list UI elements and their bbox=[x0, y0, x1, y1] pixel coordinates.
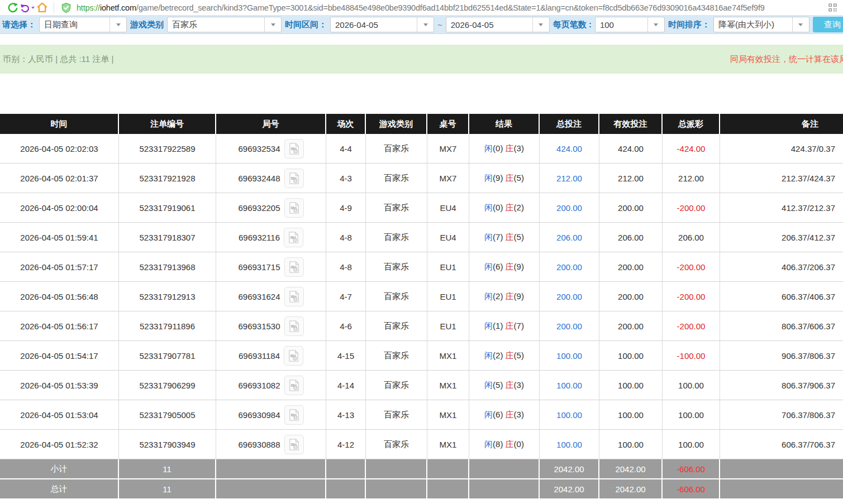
search-button[interactable]: 查询 bbox=[813, 17, 843, 32]
table-row: 2026-04-05 01:59:41523317918307696932116… bbox=[0, 223, 843, 252]
cell-valid-bet: 206.00 bbox=[599, 223, 663, 252]
column-header: 场次 bbox=[326, 114, 366, 134]
per-page-select[interactable]: 100 bbox=[595, 17, 665, 32]
cell-session: 4-12 bbox=[326, 430, 366, 459]
column-header: 有效投注 bbox=[599, 114, 663, 134]
cell-total-bet[interactable]: 100.00 bbox=[540, 430, 599, 459]
shield-check-icon[interactable] bbox=[59, 1, 73, 15]
result-banker-label: 庄 bbox=[506, 291, 514, 301]
video-record-icon[interactable] bbox=[284, 139, 304, 159]
cell-total-bet[interactable]: 100.00 bbox=[540, 341, 599, 371]
cell-total-bet[interactable]: 206.00 bbox=[540, 223, 599, 252]
round-number: 696931082 bbox=[238, 381, 280, 390]
cell-bet-id: 523317919061 bbox=[119, 193, 216, 223]
result-player-points: (1) bbox=[493, 321, 503, 330]
footer-payout: -606.00 bbox=[663, 479, 720, 500]
cell-payout: 100.00 bbox=[663, 400, 720, 430]
browser-toolbar: https://iohetf.com/game/betrecord_search… bbox=[0, 0, 843, 16]
round-number: 696931184 bbox=[239, 351, 280, 361]
column-header: 结果 bbox=[469, 114, 540, 134]
cell-table-no: EU1 bbox=[427, 252, 469, 282]
cell-total-bet[interactable]: 424.00 bbox=[540, 134, 599, 164]
chevron-down-icon[interactable] bbox=[647, 17, 664, 32]
cell-round: 696931184 bbox=[216, 341, 326, 371]
qr-code-icon[interactable] bbox=[825, 1, 840, 15]
valid-bet-notice: 同局有效投注，统一计算在该局 bbox=[730, 54, 843, 65]
home-icon[interactable] bbox=[35, 1, 49, 15]
bet-table-footer: 小计112042.002042.00-606.00总计112042.002042… bbox=[0, 459, 843, 500]
footer-total-bet: 2042.00 bbox=[540, 459, 599, 479]
address-bar[interactable]: https://iohetf.com/game/betrecord_search… bbox=[77, 3, 823, 12]
table-row: 2026-04-05 02:01:37523317921928696932448… bbox=[0, 164, 843, 193]
footer-empty bbox=[326, 479, 366, 500]
cell-round: 696932205 bbox=[216, 193, 326, 223]
url-host: iohetf.com bbox=[100, 3, 136, 12]
column-header: 注单编号 bbox=[119, 114, 216, 134]
video-record-icon[interactable] bbox=[284, 346, 303, 366]
result-banker-label: 庄 bbox=[506, 321, 514, 330]
result-player-label: 闲 bbox=[484, 173, 493, 183]
table-row: 2026-04-05 01:57:17523317913968696931715… bbox=[0, 252, 843, 282]
cell-total-bet[interactable]: 200.00 bbox=[540, 311, 599, 341]
video-record-icon[interactable] bbox=[284, 169, 304, 188]
cell-total-bet[interactable]: 200.00 bbox=[540, 282, 599, 311]
video-record-icon[interactable] bbox=[284, 257, 304, 277]
cell-game-type: 百家乐 bbox=[366, 430, 427, 459]
back-undo-icon[interactable] bbox=[20, 1, 35, 15]
search-mode-select[interactable]: 日期查询 bbox=[39, 17, 127, 32]
cell-total-bet[interactable]: 200.00 bbox=[540, 252, 599, 282]
cell-total-bet[interactable]: 212.00 bbox=[540, 164, 599, 193]
cell-payout: 212.00 bbox=[663, 164, 720, 193]
cell-valid-bet: 200.00 bbox=[599, 252, 663, 282]
result-player-points: (8) bbox=[493, 439, 503, 449]
video-record-icon[interactable] bbox=[284, 435, 304, 454]
date-from-select[interactable]: 2026-04-05 bbox=[330, 17, 434, 32]
video-record-icon[interactable] bbox=[284, 405, 304, 425]
cell-round: 696930984 bbox=[216, 400, 326, 430]
cell-bet-id: 523317912913 bbox=[119, 282, 216, 311]
chevron-down-icon[interactable] bbox=[792, 17, 809, 32]
chevron-down-icon[interactable] bbox=[264, 17, 281, 32]
sort-select[interactable]: 降幂(由大到小) bbox=[713, 17, 809, 32]
result-banker-points: (3) bbox=[514, 410, 524, 419]
cell-total-bet[interactable]: 100.00 bbox=[540, 400, 599, 430]
cell-total-bet[interactable]: 100.00 bbox=[540, 371, 599, 400]
round-number: 696931530 bbox=[238, 321, 280, 331]
result-player-points: (5) bbox=[493, 380, 503, 390]
cell-table-no: EU1 bbox=[427, 282, 469, 311]
result-banker-points: (2) bbox=[514, 203, 524, 212]
chevron-down-icon[interactable] bbox=[417, 17, 434, 32]
cell-remark: 412.37/212.37 bbox=[720, 193, 843, 223]
result-player-label: 闲 bbox=[484, 291, 493, 301]
cell-game-type: 百家乐 bbox=[366, 400, 427, 430]
chevron-down-icon[interactable] bbox=[109, 17, 126, 32]
cell-game-type: 百家乐 bbox=[366, 252, 427, 282]
footer-label: 小计 bbox=[0, 459, 119, 479]
cell-result: 闲(2) 庄(9) bbox=[469, 282, 540, 311]
game-type-select[interactable]: 百家乐 bbox=[167, 17, 282, 32]
cell-remark: 424.37/0.37 bbox=[720, 134, 843, 164]
video-record-icon[interactable] bbox=[284, 287, 304, 306]
table-row: 2026-04-05 01:56:17523317911896696931530… bbox=[0, 311, 843, 341]
chevron-down-icon[interactable] bbox=[532, 17, 549, 32]
column-header: 时间 bbox=[0, 114, 119, 134]
result-player-points: (2) bbox=[493, 291, 503, 301]
result-player-label: 闲 bbox=[484, 410, 493, 419]
video-record-icon[interactable] bbox=[284, 228, 303, 247]
result-banker-points: (9) bbox=[514, 291, 524, 301]
video-record-icon[interactable] bbox=[284, 198, 304, 218]
cell-bet-id: 523317922589 bbox=[119, 134, 216, 164]
cell-payout: 100.00 bbox=[663, 430, 720, 459]
result-player-label: 闲 bbox=[484, 143, 493, 153]
date-to-select[interactable]: 2026-04-05 bbox=[446, 17, 550, 32]
cell-bet-id: 523317903949 bbox=[119, 430, 216, 459]
video-record-icon[interactable] bbox=[284, 316, 304, 336]
result-banker-points: (0) bbox=[514, 439, 524, 449]
result-player-label: 闲 bbox=[484, 380, 493, 390]
cell-total-bet[interactable]: 200.00 bbox=[540, 193, 599, 223]
refresh-icon[interactable] bbox=[6, 1, 20, 15]
cell-payout: -200.00 bbox=[663, 193, 720, 223]
video-record-icon[interactable] bbox=[284, 376, 304, 395]
result-banker-label: 庄 bbox=[506, 203, 514, 212]
summary-row: 总计112042.002042.00-606.00 bbox=[0, 479, 843, 500]
